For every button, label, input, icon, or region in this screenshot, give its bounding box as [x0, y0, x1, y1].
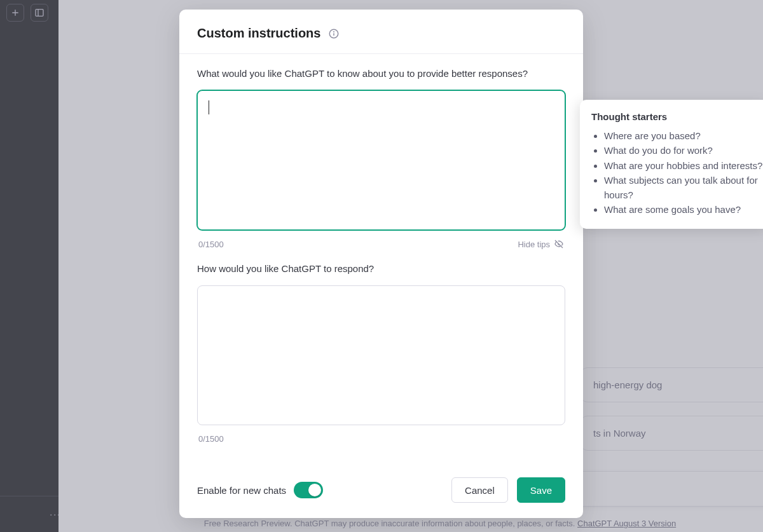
modal-header: Custom instructions [179, 10, 583, 54]
char-counter-2: 0/1500 [198, 434, 224, 444]
tip-item: What do you do for work? [604, 143, 763, 158]
question-1-label: What would you like ChatGPT to know abou… [197, 68, 565, 79]
custom-instructions-modal: Custom instructions What would you like … [179, 10, 583, 518]
hide-tips-button[interactable]: Hide tips [518, 239, 564, 249]
tip-item: What are your hobbies and interests? [604, 158, 763, 173]
tip-item: What are some goals you have? [604, 202, 763, 217]
cancel-button[interactable]: Cancel [451, 477, 508, 503]
question-2-label: How would you like ChatGPT to respond? [197, 263, 565, 274]
char-counter-1: 0/1500 [198, 240, 224, 249]
save-button[interactable]: Save [517, 477, 565, 503]
enable-toggle-label: Enable for new chats [197, 485, 286, 496]
eye-off-icon [554, 239, 564, 249]
respond-style-textarea[interactable] [197, 285, 565, 425]
svg-point-4 [334, 31, 334, 32]
modal-footer: Enable for new chats Cancel Save [179, 466, 583, 518]
enable-new-chats-toggle[interactable] [294, 482, 323, 498]
tips-title: Thought starters [591, 111, 763, 122]
thought-starters-popover: Thought starters Where are you based? Wh… [580, 100, 763, 229]
about-you-textarea[interactable] [197, 90, 565, 230]
info-icon[interactable] [328, 28, 340, 39]
tip-item: What subjects can you talk about for hou… [604, 173, 763, 203]
modal-title: Custom instructions [197, 26, 320, 41]
tip-item: Where are you based? [604, 128, 763, 143]
